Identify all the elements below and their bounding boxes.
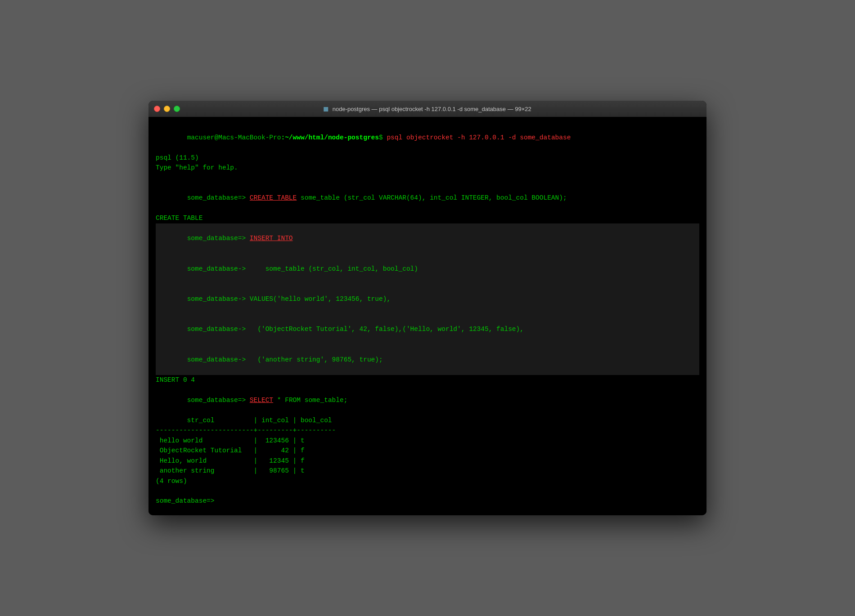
terminal-window: node-postgres — psql objectrocket -h 127… bbox=[148, 101, 706, 515]
line-5: some_database=> CREATE TABLE some_table … bbox=[156, 183, 699, 213]
line-1: macuser@Macs-MacBook-Pro:~/www/html/node… bbox=[156, 122, 699, 152]
create-keyword: CREATE TABLE bbox=[250, 194, 297, 201]
space-5 bbox=[246, 194, 250, 201]
space-13 bbox=[246, 397, 250, 404]
prompt-path: :~/www/html/node-postgres bbox=[281, 134, 379, 141]
close-button[interactable] bbox=[154, 106, 160, 112]
prompt-9: some_database-> bbox=[187, 295, 246, 303]
line-20: (4 rows) bbox=[156, 476, 699, 486]
space-7 bbox=[246, 235, 250, 242]
line-12: INSERT 0 4 bbox=[156, 375, 699, 385]
line-16: hello world | 123456 | t bbox=[156, 436, 699, 446]
line-11: some_database-> ('another string', 98765… bbox=[156, 344, 699, 375]
terminal-icon bbox=[324, 107, 328, 112]
line-3: Type "help" for help. bbox=[156, 163, 699, 173]
line-14: str_col | int_col | bool_col bbox=[156, 415, 699, 425]
prompt-5: some_database=> bbox=[187, 194, 246, 201]
line-2: psql (11.5) bbox=[156, 153, 699, 163]
psql-command: psql objectrocket -h 127.0.0.1 -d some_d… bbox=[383, 134, 571, 141]
prompt-13: some_database=> bbox=[187, 397, 246, 404]
line-15: -------------------------+---------+----… bbox=[156, 425, 699, 435]
line-13: some_database=> SELECT * FROM some_table… bbox=[156, 385, 699, 415]
line-9: some_database-> VALUES('hello world', 12… bbox=[156, 284, 699, 314]
line-empty-2 bbox=[156, 486, 699, 496]
prompt-dollar: $ bbox=[379, 134, 383, 141]
title-bar: node-postgres — psql objectrocket -h 127… bbox=[148, 101, 706, 117]
line-22: some_database=> bbox=[156, 496, 699, 506]
line-18: Hello, world | 12345 | f bbox=[156, 456, 699, 466]
insert-keyword: INSERT INTO bbox=[250, 235, 293, 242]
select-keyword: SELECT bbox=[250, 397, 273, 404]
prompt-8: some_database-> bbox=[187, 265, 246, 272]
prompt-10: some_database-> bbox=[187, 326, 246, 333]
line-17: ObjectRocket Tutorial | 42 | f bbox=[156, 446, 699, 455]
line-10: some_database-> ('ObjectRocket Tutorial'… bbox=[156, 314, 699, 344]
traffic-lights bbox=[154, 106, 180, 112]
line-9-cmd: VALUES('hello world', 123456, true), bbox=[246, 295, 391, 303]
desktop: node-postgres — psql objectrocket -h 127… bbox=[0, 0, 855, 616]
maximize-button[interactable] bbox=[174, 106, 180, 112]
line-empty-1 bbox=[156, 173, 699, 183]
line-8-cmd: some_table (str_col, int_col, bool_col) bbox=[246, 265, 418, 272]
select-rest: * FROM some_table; bbox=[273, 397, 347, 404]
line-8: some_database-> some_table (str_col, int… bbox=[156, 254, 699, 284]
create-rest: some_table (str_col VARCHAR(64), int_col… bbox=[297, 194, 567, 201]
prompt-user: macuser@Macs-MacBook-Pro bbox=[187, 134, 281, 141]
line-10-cmd: ('ObjectRocket Tutorial', 42, false),('H… bbox=[246, 326, 524, 333]
line-19: another string | 98765 | t bbox=[156, 466, 699, 476]
window-title: node-postgres — psql objectrocket -h 127… bbox=[324, 106, 531, 112]
line-11-cmd: ('another string', 98765, true); bbox=[246, 356, 383, 363]
minimize-button[interactable] bbox=[164, 106, 170, 112]
line-6: CREATE TABLE bbox=[156, 213, 699, 223]
prompt-7: some_database=> bbox=[187, 235, 246, 242]
prompt-11: some_database-> bbox=[187, 356, 246, 363]
terminal-body[interactable]: macuser@Macs-MacBook-Pro:~/www/html/node… bbox=[148, 117, 706, 515]
line-7: some_database=> INSERT INTO bbox=[156, 223, 699, 254]
